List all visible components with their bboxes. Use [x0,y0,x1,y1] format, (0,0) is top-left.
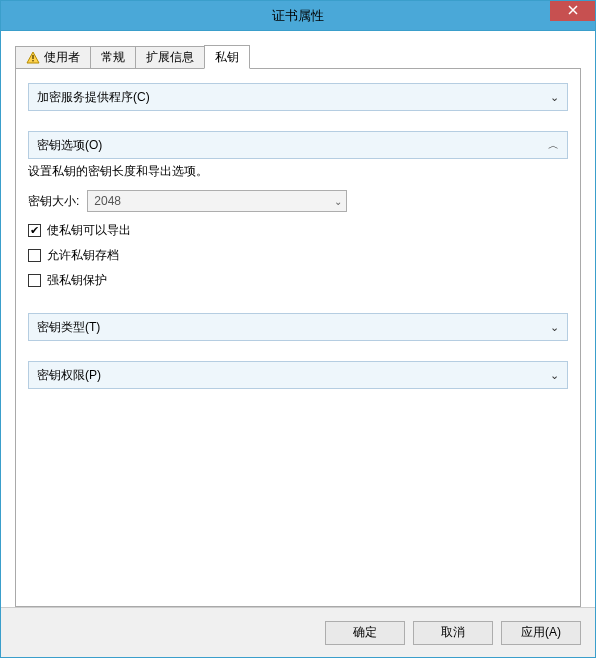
key-size-label: 密钥大小: [28,193,79,210]
tab-general[interactable]: 常规 [90,46,136,68]
svg-rect-1 [32,55,33,59]
ok-button-label: 确定 [353,624,377,641]
tab-body: 加密服务提供程序(C) ⌄ 密钥选项(O) ︿ 设置私钥的密钥长度和导出选项。 … [15,69,581,607]
tab-general-label: 常规 [101,49,125,66]
section-csp-title: 加密服务提供程序(C) [37,89,150,106]
ok-button[interactable]: 确定 [325,621,405,645]
window-title: 证书属性 [272,7,324,25]
section-key-permissions-title: 密钥权限(P) [37,367,101,384]
close-icon [568,4,578,18]
checkbox-box [28,274,41,287]
warning-icon [26,51,40,65]
svg-rect-2 [32,60,33,61]
section-csp[interactable]: 加密服务提供程序(C) ⌄ [28,83,568,111]
chevron-down-icon: ⌄ [550,369,559,382]
chevron-up-icon: ︿ [548,138,559,153]
tab-private-key[interactable]: 私钥 [204,45,250,69]
dialog-footer: 确定 取消 应用(A) [1,607,595,657]
tab-strip: 使用者 常规 扩展信息 私钥 [15,45,581,69]
checkbox-box [28,249,41,262]
key-size-value: 2048 [94,194,121,208]
chevron-down-icon: ⌄ [550,91,559,104]
key-size-row: 密钥大小: 2048 ⌄ [28,190,568,212]
content-area: 使用者 常规 扩展信息 私钥 加密服务提供程序(C) ⌄ 密钥选项(O) ︿ 设 [1,31,595,607]
key-options-description: 设置私钥的密钥长度和导出选项。 [28,163,568,180]
key-size-combobox[interactable]: 2048 ⌄ [87,190,347,212]
section-key-permissions[interactable]: 密钥权限(P) ⌄ [28,361,568,389]
checkbox-exportable-label: 使私钥可以导出 [47,222,131,239]
check-icon: ✔ [30,225,39,236]
checkbox-box: ✔ [28,224,41,237]
cancel-button[interactable]: 取消 [413,621,493,645]
section-key-options[interactable]: 密钥选项(O) ︿ [28,131,568,159]
section-key-type[interactable]: 密钥类型(T) ⌄ [28,313,568,341]
tab-extensions[interactable]: 扩展信息 [135,46,205,68]
section-key-type-title: 密钥类型(T) [37,319,100,336]
checkbox-strong-label: 强私钥保护 [47,272,107,289]
close-button[interactable] [550,1,595,21]
tab-user-label: 使用者 [44,49,80,66]
tab-private-key-label: 私钥 [215,49,239,66]
chevron-down-icon: ⌄ [334,196,342,207]
apply-button-label: 应用(A) [521,624,561,641]
section-key-options-title: 密钥选项(O) [37,137,102,154]
tab-extensions-label: 扩展信息 [146,49,194,66]
checkbox-exportable[interactable]: ✔ 使私钥可以导出 [28,222,568,239]
dialog-window: 证书属性 使用者 常规 扩展信息 [0,0,596,658]
tab-user[interactable]: 使用者 [15,46,91,68]
chevron-down-icon: ⌄ [550,321,559,334]
checkbox-archive[interactable]: 允许私钥存档 [28,247,568,264]
apply-button[interactable]: 应用(A) [501,621,581,645]
titlebar: 证书属性 [1,1,595,31]
checkbox-strong-protection[interactable]: 强私钥保护 [28,272,568,289]
cancel-button-label: 取消 [441,624,465,641]
checkbox-archive-label: 允许私钥存档 [47,247,119,264]
